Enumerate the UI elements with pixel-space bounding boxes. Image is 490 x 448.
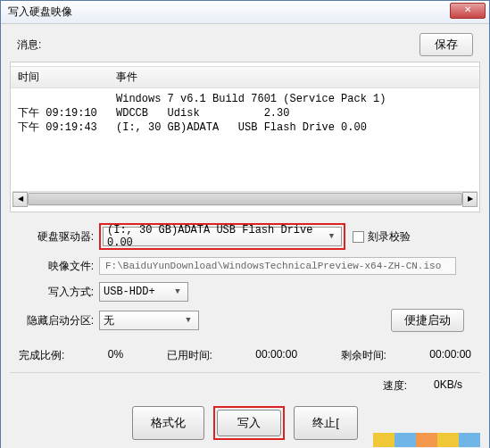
burn-verify-checkbox[interactable] <box>353 231 364 243</box>
chevron-down-icon: ▼ <box>326 232 337 241</box>
chevron-down-icon: ▼ <box>182 316 195 325</box>
bootable-button[interactable]: 便捷启动 <box>391 309 464 332</box>
message-header: 消息: 保存 <box>10 31 480 62</box>
scroll-track[interactable] <box>28 192 462 206</box>
color-blue <box>394 433 416 447</box>
content-area: 消息: 保存 时间 事件 Windows 7 v6.1 Build 7601 (… <box>1 24 489 448</box>
log-row-2-time: 下午 09:19:43 <box>18 120 116 135</box>
remain-value: 00:00:00 <box>429 348 471 363</box>
hide-partition-label: 隐藏启动分区: <box>13 313 99 328</box>
format-button[interactable]: 格式化 <box>132 406 204 440</box>
image-path-input[interactable] <box>99 257 456 275</box>
log-row-2-event: (I:, 30 GB)ADATA USB Flash Drive 0.00 <box>116 121 367 134</box>
write-highlight: 写入 <box>213 406 285 440</box>
color-yellow <box>373 433 394 447</box>
drive-value: (I:, 30 GB)ADATA USB Flash Drive 0.00 <box>107 224 326 249</box>
log-row-1-event: WDCCB Udisk 2.30 <box>116 107 289 120</box>
write-mode-label: 写入方式: <box>13 285 99 300</box>
done-label: 完成比例: <box>19 349 64 361</box>
chevron-down-icon: ▼ <box>171 287 184 296</box>
burn-verify-label: 刻录校验 <box>368 229 411 245</box>
dialog-window: 写入硬盘映像 ✕ 消息: 保存 时间 事件 Windows 7 v6.1 Bui… <box>0 0 490 448</box>
log-columns: 时间 事件 <box>11 66 479 88</box>
speed-label: 速度: <box>383 378 407 394</box>
hide-partition-row: 隐藏启动分区: 无 ▼ 便捷启动 <box>13 309 477 332</box>
log-row-1-time: 下午 09:19:10 <box>18 106 116 120</box>
hide-partition-value: 无 <box>104 313 114 328</box>
write-button[interactable]: 写入 <box>217 410 281 436</box>
abort-button[interactable]: 终止[ <box>294 406 358 440</box>
horizontal-scrollbar[interactable]: ◀ ▶ <box>12 191 478 206</box>
write-mode-combo[interactable]: USB-HDD+ ▼ <box>99 282 188 302</box>
log-body: Windows 7 v6.1 Build 7601 (Service Pack … <box>11 88 479 191</box>
image-label: 映像文件: <box>13 259 99 274</box>
color-orange <box>416 433 437 447</box>
remain-label: 剩余时间: <box>341 349 386 361</box>
write-mode-value: USB-HDD+ <box>104 286 155 298</box>
drive-row: 硬盘驱动器: (I:, 30 GB)ADATA USB Flash Drive … <box>13 223 477 250</box>
drive-highlight: (I:, 30 GB)ADATA USB Flash Drive 0.00 ▼ <box>99 223 345 250</box>
color-yellow2 <box>437 433 459 447</box>
save-button[interactable]: 保存 <box>419 33 473 56</box>
done-value: 0% <box>108 348 123 363</box>
drive-combo[interactable]: (I:, 30 GB)ADATA USB Flash Drive 0.00 ▼ <box>103 227 342 246</box>
elapsed-value: 00:00:00 <box>255 348 297 363</box>
button-row: 格式化 写入 终止[ <box>10 402 480 448</box>
window-title: 写入硬盘映像 <box>8 5 72 18</box>
speed-row: 速度: 0KB/s <box>10 373 480 402</box>
titlebar[interactable]: 写入硬盘映像 ✕ <box>1 1 489 24</box>
message-label: 消息: <box>17 37 41 53</box>
speed-value: 0KB/s <box>434 378 462 394</box>
progress-row: 完成比例: 0% 已用时间: 00:00:00 剩余时间: 00:00:00 <box>10 344 480 373</box>
scroll-thumb[interactable] <box>28 193 462 205</box>
image-row: 映像文件: <box>13 257 477 275</box>
close-button[interactable]: ✕ <box>450 3 486 19</box>
log-panel: 时间 事件 Windows 7 v6.1 Build 7601 (Service… <box>10 62 480 212</box>
form-area: 硬盘驱动器: (I:, 30 GB)ADATA USB Flash Drive … <box>10 218 480 344</box>
scroll-right-icon[interactable]: ▶ <box>462 192 478 207</box>
elapsed-label: 已用时间: <box>167 349 212 361</box>
col-time: 时间 <box>18 70 116 85</box>
log-row-0-event: Windows 7 v6.1 Build 7601 (Service Pack … <box>116 93 386 105</box>
hide-partition-combo[interactable]: 无 ▼ <box>99 311 199 330</box>
scroll-left-icon[interactable]: ◀ <box>12 192 28 207</box>
write-mode-row: 写入方式: USB-HDD+ ▼ <box>13 282 477 302</box>
col-event: 事件 <box>116 70 472 85</box>
drive-label: 硬盘驱动器: <box>13 229 99 245</box>
color-strip <box>373 433 480 447</box>
color-blue2 <box>459 433 480 447</box>
